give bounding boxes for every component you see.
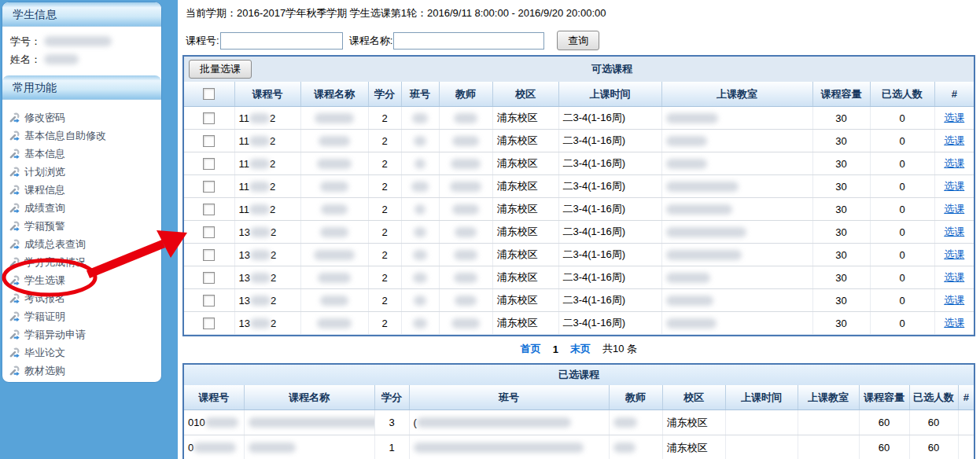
first-page-link[interactable]: 首页 <box>521 342 541 356</box>
masked-text <box>249 182 270 192</box>
masked-text <box>317 318 352 329</box>
sidebar-panel: 学生信息 学号： 姓名： 常用功能 修改密码基本信息自助修改基本信息计划浏览课程… <box>2 2 162 383</box>
selected-courses-box: 已选课程 课程号课程名称学分班号教师校区上课时间上课教室课程容量已选人数#010… <box>182 363 975 459</box>
cell-class-no <box>409 435 609 459</box>
sidebar-item-7[interactable]: 学籍预警 <box>9 217 161 235</box>
select-course-link[interactable]: 选课 <box>944 226 964 237</box>
functions-header: 常用功能 <box>2 75 161 100</box>
cell-action: 选课 <box>934 289 974 312</box>
cell-time: 二3-4(1-16周) <box>558 244 661 266</box>
masked-text <box>320 296 348 306</box>
sidebar-item-5[interactable]: 课程信息 <box>9 181 161 199</box>
cell-credits: 2 <box>368 198 401 221</box>
col-header-10: 已选人数 <box>909 385 958 410</box>
cell-course-name <box>300 107 368 130</box>
cell-capacity: 30 <box>812 198 870 221</box>
row-checkbox[interactable] <box>203 204 215 215</box>
student-id-row: 学号： <box>10 32 161 50</box>
masked-text <box>451 318 480 329</box>
sidebar-item-1[interactable]: 修改密码 <box>9 108 161 127</box>
masked-text <box>315 113 354 123</box>
function-menu: 修改密码基本信息自助修改基本信息计划浏览课程信息成绩查询学籍预警成绩总表查询学分… <box>2 104 161 380</box>
course-no-input[interactable] <box>220 32 343 50</box>
available-course-row: 1322浦东校区二3-4(1-16周)300选课 <box>184 266 974 289</box>
sidebar-item-10[interactable]: 学生选课 <box>9 271 161 289</box>
masked-text <box>249 442 296 453</box>
select-course-link[interactable]: 选课 <box>944 157 964 169</box>
cell-room <box>661 221 812 244</box>
row-checkbox[interactable] <box>203 181 215 193</box>
select-course-link[interactable]: 选课 <box>944 317 964 329</box>
row-checkbox[interactable] <box>203 135 215 147</box>
select-course-link[interactable]: 选课 <box>944 203 964 215</box>
last-page-link[interactable]: 末页 <box>570 342 591 356</box>
masked-text <box>414 204 426 215</box>
masked-text <box>666 227 746 237</box>
course-name-input[interactable] <box>393 32 544 50</box>
cell-campus: 浦东校区 <box>492 175 558 198</box>
row-checkbox[interactable] <box>203 158 215 170</box>
sidebar-item-4[interactable]: 计划浏览 <box>9 163 161 181</box>
sidebar-item-label: 学籍证明 <box>24 310 65 324</box>
masked-text <box>451 159 481 169</box>
masked-text <box>413 250 427 260</box>
batch-select-button[interactable]: 批量选课 <box>189 60 252 79</box>
select-course-link[interactable]: 选课 <box>944 180 964 192</box>
sidebar-item-6[interactable]: 成绩查询 <box>9 199 161 217</box>
available-course-row: 1322浦东校区二3-4(1-16周)300选课 <box>184 244 974 266</box>
masked-text <box>314 250 355 260</box>
masked-text <box>454 113 477 123</box>
sidebar-item-8[interactable]: 成绩总表查询 <box>9 235 161 253</box>
cell-checkbox <box>184 175 234 198</box>
masked-text <box>666 159 707 169</box>
cell-time: 二3-4(1-16周) <box>558 312 661 335</box>
masked-text <box>455 227 477 237</box>
sidebar-item-9[interactable]: 学分完成情况 <box>9 253 161 271</box>
select-course-link[interactable]: 选课 <box>944 248 964 260</box>
row-checkbox[interactable] <box>203 249 215 261</box>
cell-capacity: 30 <box>812 152 870 175</box>
row-checkbox[interactable] <box>203 112 215 124</box>
select-course-link[interactable]: 选课 <box>944 271 964 283</box>
cell-action: 选课 <box>934 130 974 152</box>
select-course-link[interactable]: 选课 <box>944 134 964 146</box>
sidebar-item-14[interactable]: 毕业论文 <box>9 343 161 362</box>
masked-text <box>249 136 270 146</box>
masked-text <box>454 273 477 283</box>
cell-selected: 0 <box>870 266 934 289</box>
masked-text <box>249 204 270 215</box>
cell-credits: 2 <box>368 312 401 335</box>
sidebar-item-12[interactable]: 学籍证明 <box>9 307 161 325</box>
masked-student-name <box>44 54 79 64</box>
sidebar-item-2[interactable]: 基本信息自助修改 <box>9 127 161 145</box>
cell-credits: 2 <box>368 266 401 289</box>
row-checkbox[interactable] <box>203 318 215 329</box>
query-button[interactable]: 查询 <box>557 31 599 50</box>
cell-course-name <box>300 130 368 152</box>
cell-checkbox <box>184 266 234 289</box>
student-info-fields: 学号： 姓名： <box>2 27 161 75</box>
sidebar-item-label: 毕业论文 <box>24 346 65 360</box>
sidebar-item-3[interactable]: 基本信息 <box>9 145 161 163</box>
cell-capacity: 60 <box>859 435 909 459</box>
row-checkbox[interactable] <box>203 272 215 284</box>
select-course-link[interactable]: 选课 <box>944 112 964 123</box>
cell-class-no <box>401 312 439 335</box>
header-row: 课程号课程名称学分班号教师校区上课时间上课教室课程容量已选人数# <box>184 385 974 410</box>
sidebar-item-13[interactable]: 学籍异动申请 <box>9 325 161 343</box>
total-count-text: 共10 条 <box>602 342 637 356</box>
col-header-5: 教师 <box>609 385 662 410</box>
sidebar-item-15[interactable]: 教材选购 <box>9 362 161 380</box>
cell-capacity: 30 <box>812 244 870 266</box>
sidebar-item-11[interactable]: 考试报名 <box>9 289 161 307</box>
row-checkbox[interactable] <box>203 295 215 307</box>
cell-course-name <box>300 175 368 198</box>
masked-text <box>450 182 481 192</box>
page: 学生信息 学号： 姓名： 常用功能 修改密码基本信息自助修改基本信息计划浏览课程… <box>0 0 980 459</box>
masked-text <box>205 417 238 428</box>
select-all-checkbox[interactable] <box>203 88 215 100</box>
row-checkbox[interactable] <box>203 226 215 238</box>
sidebar-item-label: 学生选课 <box>24 274 65 288</box>
select-course-link[interactable]: 选课 <box>944 294 964 306</box>
masked-text <box>666 296 713 306</box>
